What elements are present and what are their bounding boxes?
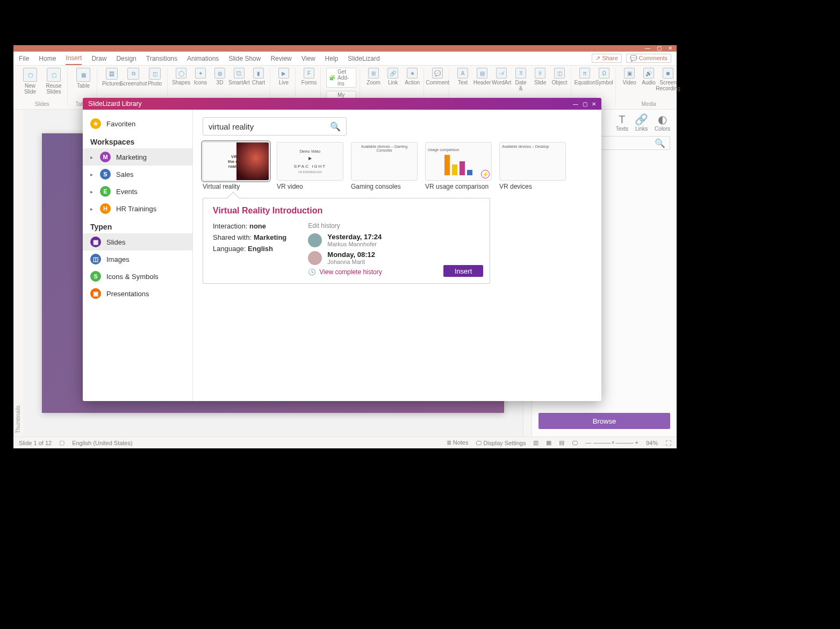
sidebar-item-marketing[interactable]: ▸ M Marketing <box>83 148 192 166</box>
star-icon: ★ <box>90 118 101 129</box>
smartart-button[interactable]: ⿻SmartArt <box>231 68 247 85</box>
photo-button[interactable]: ◫Photo <box>146 68 164 87</box>
sidebar-item-images[interactable]: ◫ Images <box>83 251 192 268</box>
symbol-button[interactable]: ΩSymbol <box>596 68 612 85</box>
tab-help[interactable]: Help <box>325 55 339 62</box>
get-addins-button[interactable]: 🧩 Get Add-ins <box>326 68 356 88</box>
textbox-button[interactable]: AText <box>455 68 471 85</box>
link-button[interactable]: 🔗Link <box>385 68 401 85</box>
live-button[interactable]: ▶Live <box>276 68 292 85</box>
tab-transitions[interactable]: Transitions <box>146 55 177 62</box>
result-card-virtual-reality[interactable]: VR –the newreality? Virtual reality <box>203 142 269 190</box>
search-icon[interactable]: 🔍 <box>330 121 341 132</box>
close-icon[interactable]: ✕ <box>668 46 672 51</box>
pane-tab-links[interactable]: 🔗Links <box>635 114 648 132</box>
maximize-icon[interactable]: ▢ <box>657 46 662 51</box>
view-slideshow-icon[interactable]: 🖵 <box>572 440 578 446</box>
tab-animations[interactable]: Animations <box>187 55 219 62</box>
action-button[interactable]: ★Action <box>404 68 420 85</box>
history-entry: Monday, 08:12Johanna Marit <box>308 251 382 265</box>
comments-button[interactable]: 💬 Comments <box>626 54 671 63</box>
sidebar-item-presentations[interactable]: ▣ Presentations <box>83 285 192 302</box>
datetime-button[interactable]: ⧖Date & <box>513 68 529 91</box>
display-settings-button[interactable]: 🖵 Display Settings <box>476 440 526 446</box>
sidebar-item-icons-symbols[interactable]: S Icons & Symbols <box>83 268 192 285</box>
icons-button[interactable]: ✦Icons <box>192 68 209 85</box>
table-button[interactable]: ▦Table <box>73 68 94 89</box>
notes-button[interactable]: ≣ Notes <box>447 439 469 446</box>
tab-file[interactable]: File <box>19 55 29 62</box>
workspace-badge-icon: M <box>100 152 111 162</box>
pane-tab-texts[interactable]: TTexts <box>616 114 628 132</box>
pane-tab-colors[interactable]: ◐Colors <box>655 114 670 132</box>
video-button[interactable]: ▣Video <box>621 68 637 85</box>
view-reading-icon[interactable]: ▤ <box>559 439 564 446</box>
sidebar-item-events[interactable]: ▸ E Events <box>83 183 192 200</box>
library-search[interactable]: 🔍 <box>203 117 347 135</box>
zoom-level[interactable]: 94% <box>646 440 658 446</box>
status-bar: Slide 1 of 12 ▢ English (United States) … <box>13 437 677 448</box>
sidebar-item-label: Favoriten <box>106 120 135 128</box>
sidebar-heading-workspaces: Workspaces <box>83 132 192 148</box>
header-button[interactable]: ▤Header <box>474 68 490 85</box>
screenshot-button[interactable]: ⧉Screenshot <box>124 68 142 87</box>
tab-draw[interactable]: Draw <box>91 55 106 62</box>
minimize-icon[interactable]: — <box>645 46 650 51</box>
edit-history-heading: Edit history <box>308 222 382 230</box>
sidebar-item-label: Marketing <box>116 153 147 161</box>
screenrec-button[interactable]: ⏺Screen Recording <box>660 68 676 91</box>
accessibility-icon[interactable]: ▢ <box>59 439 64 446</box>
chart-button[interactable]: ▮Chart <box>250 68 267 85</box>
new-slide-button[interactable]: ▢New Slide <box>20 68 40 95</box>
sidebar-item-sales[interactable]: ▸ S Sales <box>83 166 192 183</box>
tab-design[interactable]: Design <box>116 55 136 62</box>
presentations-icon: ▣ <box>90 288 101 299</box>
result-card-vr-devices[interactable]: Available devices – Desktop VR devices <box>499 142 566 190</box>
slidelizard-library-modal: SlideLizard Library — ▢ ✕ ★ Favoriten Wo… <box>83 98 601 401</box>
status-language[interactable]: English (United States) <box>72 440 133 446</box>
tab-slideshow[interactable]: Slide Show <box>228 55 261 62</box>
reuse-slides-button[interactable]: ▢Reuse Slides <box>44 68 64 95</box>
tab-home[interactable]: Home <box>39 55 56 62</box>
sidebar-item-label: HR Trainings <box>116 205 156 213</box>
object-button[interactable]: ◫Object <box>551 68 568 85</box>
sidebar-item-slides[interactable]: ▦ Slides <box>83 233 192 251</box>
result-card-vr-usage[interactable]: Usage comparison ⚡ VR usage comparison <box>425 142 492 190</box>
images-icon: ◫ <box>90 254 101 265</box>
forms-button[interactable]: FForms <box>301 68 317 85</box>
tab-slidelizard[interactable]: SlideLizard <box>348 55 379 62</box>
tab-review[interactable]: Review <box>270 55 291 62</box>
result-card-gaming-consoles[interactable]: Available devices – Gaming Consoles Gami… <box>351 142 418 190</box>
view-normal-icon[interactable]: ▥ <box>533 439 539 446</box>
share-button[interactable]: ↗ Share <box>592 54 621 63</box>
equation-button[interactable]: πEquation <box>577 68 593 85</box>
zoom-button[interactable]: ⊞Zoom <box>365 68 382 85</box>
view-sorter-icon[interactable]: ▦ <box>546 439 551 446</box>
thumbnails-rail[interactable]: Thumbnails <box>13 110 23 437</box>
sidebar-item-label: Icons & Symbols <box>106 273 159 281</box>
audio-button[interactable]: 🔊Audio <box>641 68 657 85</box>
shapes-button[interactable]: ◯Shapes <box>173 68 189 85</box>
sidebar-item-hr-trainings[interactable]: ▸ H HR Trainings <box>83 200 192 217</box>
pictures-button[interactable]: 🖼Pictures <box>103 68 121 87</box>
avatar-icon <box>308 233 322 247</box>
wordart-button[interactable]: 𝒜WordArt <box>493 68 509 85</box>
result-card-vr-video[interactable]: Demo Video ▶ SPAC IGHT VR EXPERIENCES VR… <box>277 142 343 190</box>
slidenum-button[interactable]: #Slide <box>532 68 548 85</box>
modal-minimize-icon[interactable]: — <box>573 101 578 107</box>
comment-button[interactable]: 💬Comment <box>429 68 446 85</box>
workspace-badge-icon: H <box>100 203 111 214</box>
3d-button[interactable]: ◍3D <box>212 68 228 85</box>
modal-close-icon[interactable]: ✕ <box>592 101 596 107</box>
view-complete-history-link[interactable]: 🕓 View complete history <box>308 268 382 276</box>
library-search-input[interactable] <box>209 122 327 131</box>
modal-maximize-icon[interactable]: ▢ <box>583 101 587 107</box>
fit-to-window-icon[interactable]: ⛶ <box>665 440 671 446</box>
insert-button[interactable]: Insert <box>443 265 483 277</box>
tab-insert[interactable]: Insert <box>66 54 82 65</box>
zoom-slider[interactable]: — ———⚬——— + <box>585 439 638 446</box>
browse-button[interactable]: Browse <box>539 413 670 429</box>
tab-view[interactable]: View <box>301 55 315 62</box>
sidebar-item-favoriten[interactable]: ★ Favoriten <box>83 115 192 132</box>
result-caption: Gaming consoles <box>351 183 418 190</box>
